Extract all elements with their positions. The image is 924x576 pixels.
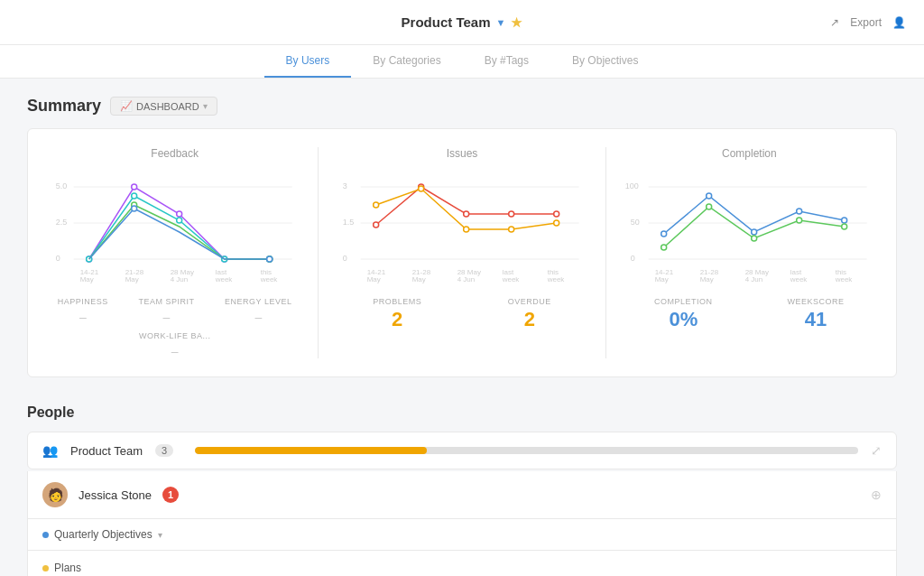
stat-completion: COMPLETION 0% <box>654 297 713 331</box>
svg-text:May: May <box>80 275 94 283</box>
svg-text:4 Jun: 4 Jun <box>457 275 476 283</box>
team-name: Product Team <box>70 444 143 458</box>
svg-point-74 <box>751 229 756 235</box>
svg-point-54 <box>509 227 514 232</box>
team-icon: 👥 <box>42 443 58 458</box>
svg-point-55 <box>554 220 559 226</box>
svg-text:5.0: 5.0 <box>56 181 68 190</box>
title-text: Product Team <box>402 14 491 30</box>
plans-label: Plans <box>54 562 81 574</box>
svg-text:May: May <box>125 275 139 283</box>
tab-by-users[interactable]: By Users <box>264 45 352 78</box>
feedback-stats: HAPPINESS – TEAM SPIRIT – ENERGY LEVEL –… <box>46 297 303 358</box>
chevron-down-icon: ▾ <box>203 101 208 111</box>
svg-text:May: May <box>367 275 381 283</box>
svg-point-76 <box>841 218 846 223</box>
dashboard-button[interactable]: 📈 DASHBOARD ▾ <box>110 97 217 116</box>
svg-text:week: week <box>502 275 521 283</box>
svg-text:week: week <box>547 275 566 283</box>
svg-point-50 <box>554 211 559 217</box>
svg-point-79 <box>751 236 756 241</box>
dashboard-label: DASHBOARD <box>136 101 199 112</box>
main-content: Summary 📈 DASHBOARD ▾ Feedback 5.0 2.5 0 <box>0 79 924 576</box>
dropdown-arrow-icon[interactable]: ▼ <box>496 17 506 28</box>
summary-cards: Feedback 5.0 2.5 0 14-21 May 21-28 May <box>27 128 897 377</box>
stat-happiness: HAPPINESS – <box>58 297 108 324</box>
user-icon: 👤 <box>892 16 906 29</box>
header: Product Team ▼ ★ ↗ Export 👤 <box>0 0 924 45</box>
issues-card-title: Issues <box>333 147 590 160</box>
objectives-label: Quarterly Objectives <box>54 528 152 541</box>
svg-point-81 <box>841 224 846 229</box>
svg-point-72 <box>661 231 666 237</box>
team-count: 3 <box>155 444 173 457</box>
svg-text:4 Jun: 4 Jun <box>744 275 762 283</box>
svg-text:4 Jun: 4 Jun <box>171 275 189 283</box>
svg-text:week: week <box>834 275 853 283</box>
people-section: People 👥 Product Team 3 ⤢ 🧑 Jessica Ston… <box>27 404 897 576</box>
issues-stats: PROBLEMS 2 OVERDUE 2 <box>333 297 590 331</box>
feedback-chart: 5.0 2.5 0 14-21 May 21-28 May 28 May 4 J… <box>46 171 303 288</box>
svg-point-17 <box>132 184 137 190</box>
svg-point-48 <box>464 211 469 217</box>
svg-text:0: 0 <box>56 254 60 263</box>
svg-point-78 <box>706 204 711 209</box>
export-label: Export <box>850 16 882 29</box>
svg-text:week: week <box>789 275 808 283</box>
svg-point-49 <box>509 211 514 217</box>
issues-chart: 3 1.5 0 14-21 May 21-28 May 28 May 4 Jun… <box>333 171 590 288</box>
svg-point-46 <box>374 222 379 228</box>
nav-tabs: By Users By Categories By #Tags By Objec… <box>0 45 924 79</box>
quarterly-objectives-row[interactable]: Quarterly Objectives ▾ <box>27 519 897 551</box>
svg-point-28 <box>132 206 137 211</box>
svg-text:0: 0 <box>343 254 347 263</box>
plans-dot-icon <box>42 565 49 571</box>
feedback-card: Feedback 5.0 2.5 0 14-21 May 21-28 May <box>46 147 319 358</box>
svg-text:May: May <box>699 275 713 283</box>
stat-problems: PROBLEMS 2 <box>373 297 421 331</box>
jessica-name: Jessica Stone <box>79 488 152 502</box>
summary-section-header: Summary 📈 DASHBOARD ▾ <box>27 97 897 116</box>
tab-by-objectives[interactable]: By Objectives <box>550 45 660 78</box>
objectives-dot-icon <box>42 532 49 538</box>
svg-point-75 <box>796 209 801 214</box>
people-title: People <box>27 404 897 421</box>
svg-point-53 <box>464 227 469 232</box>
svg-point-22 <box>132 193 137 199</box>
expand-person-icon[interactable]: ⊕ <box>871 488 882 502</box>
svg-text:2.5: 2.5 <box>56 218 68 227</box>
completion-chart: 100 50 0 14-21 May 21-28 May 28 May 4 Ju… <box>621 171 878 288</box>
team-progress-bar <box>195 447 858 454</box>
export-icon: ↗ <box>830 16 839 29</box>
team-row: 👥 Product Team 3 ⤢ <box>27 432 897 469</box>
stat-weekscore: WEEKSCORE 41 <box>788 297 845 331</box>
issues-card: Issues 3 1.5 0 14-21 May 21-28 May 28 <box>333 147 605 358</box>
feedback-card-title: Feedback <box>46 147 303 160</box>
plans-header: Plans <box>42 562 882 574</box>
svg-text:week: week <box>260 275 279 283</box>
svg-text:May: May <box>412 275 426 283</box>
completion-card: Completion 100 50 0 14-21 May 21-28 May <box>621 147 878 358</box>
svg-point-80 <box>796 218 801 223</box>
export-button[interactable]: ↗ Export 👤 <box>830 16 906 29</box>
svg-point-73 <box>706 193 711 199</box>
tab-by-tags[interactable]: By #Tags <box>463 45 550 78</box>
svg-text:50: 50 <box>630 218 639 227</box>
jessica-badge: 1 <box>162 487 179 503</box>
svg-point-77 <box>661 245 666 250</box>
jessica-avatar: 🧑 <box>42 482 68 507</box>
plans-row: Plans + Assign a new item to Jessica Sto… <box>27 551 897 576</box>
progress-bar-fill <box>195 447 427 454</box>
svg-text:week: week <box>215 275 234 283</box>
svg-text:1.5: 1.5 <box>343 218 355 227</box>
star-icon[interactable]: ★ <box>511 15 522 30</box>
tab-by-categories[interactable]: By Categories <box>351 45 462 78</box>
svg-text:3: 3 <box>343 181 347 190</box>
stat-overdue: OVERDUE 2 <box>508 297 551 331</box>
chart-icon: 📈 <box>120 100 133 112</box>
stat-energy-level: ENERGY LEVEL – <box>225 297 291 324</box>
expand-team-icon[interactable]: ⤢ <box>871 443 882 458</box>
completion-card-title: Completion <box>621 147 878 160</box>
svg-text:100: 100 <box>624 181 638 190</box>
person-row-jessica: 🧑 Jessica Stone 1 ⊕ <box>27 471 897 519</box>
